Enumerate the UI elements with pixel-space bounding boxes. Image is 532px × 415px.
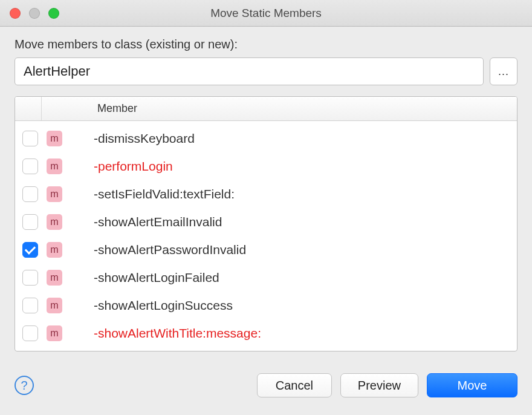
- method-icon: m: [47, 270, 62, 286]
- minimize-window-button[interactable]: [29, 8, 40, 19]
- member-name[interactable]: -setIsFieldValid:textField:: [94, 187, 235, 201]
- move-button[interactable]: Move: [427, 373, 517, 397]
- table-row: m-showAlertLoginFailed: [15, 264, 517, 292]
- help-button[interactable]: ?: [15, 376, 34, 395]
- method-icon: m: [47, 325, 62, 341]
- window-title: Move Static Members: [0, 7, 532, 20]
- member-checkbox[interactable]: [22, 325, 38, 341]
- table-header: Member: [15, 97, 517, 121]
- member-checkbox[interactable]: [22, 242, 38, 258]
- preview-button[interactable]: Preview: [340, 373, 418, 397]
- table-row: m-showAlertLoginSuccess: [15, 292, 517, 319]
- member-name[interactable]: -showAlertLoginFailed: [94, 270, 219, 285]
- dialog-content: Move members to class (existing or new):…: [0, 27, 532, 361]
- close-window-button[interactable]: [10, 8, 21, 19]
- class-input-row: ...: [15, 57, 517, 85]
- member-name[interactable]: -showAlertLoginSuccess: [94, 298, 233, 313]
- member-checkbox[interactable]: [22, 270, 38, 286]
- zoom-window-button[interactable]: [48, 8, 59, 19]
- table-row: m-showAlertPasswordInvalid: [15, 236, 517, 264]
- method-icon: m: [47, 186, 62, 202]
- traffic-lights: [0, 8, 59, 19]
- member-checkbox[interactable]: [22, 214, 38, 230]
- method-icon: m: [47, 298, 62, 313]
- table-row: m-showAlertWithTitle:message:: [15, 319, 517, 347]
- method-icon: m: [47, 214, 62, 230]
- member-checkbox[interactable]: [22, 298, 38, 313]
- table-row: m-setIsFieldValid:textField:: [15, 180, 517, 208]
- footer-buttons: Cancel Preview Move: [257, 373, 517, 397]
- titlebar: Move Static Members: [0, 0, 532, 27]
- member-name[interactable]: -showAlertEmailInvalid: [94, 215, 222, 229]
- table-header-checkbox-col: [15, 97, 42, 120]
- table-body: m-dismissKeyboardm-performLoginm-setIsFi…: [15, 121, 517, 351]
- target-class-input[interactable]: [15, 57, 484, 85]
- member-name[interactable]: -showAlertWithTitle:message:: [94, 326, 261, 341]
- table-row: m-performLogin: [15, 152, 517, 180]
- member-name[interactable]: -performLogin: [94, 159, 173, 174]
- method-icon: m: [47, 131, 62, 146]
- dialog-footer: ? Cancel Preview Move: [0, 361, 532, 407]
- member-checkbox[interactable]: [22, 158, 38, 174]
- cancel-button[interactable]: Cancel: [257, 373, 332, 397]
- method-icon: m: [47, 158, 62, 174]
- member-name[interactable]: -showAlertPasswordInvalid: [94, 243, 246, 257]
- member-checkbox[interactable]: [22, 131, 38, 146]
- members-table: Member m-dismissKeyboardm-performLoginm-…: [15, 96, 517, 351]
- member-checkbox[interactable]: [22, 186, 38, 202]
- browse-class-button[interactable]: ...: [490, 57, 517, 85]
- prompt-label: Move members to class (existing or new):: [15, 38, 517, 51]
- method-icon: m: [47, 242, 62, 258]
- table-row: m-dismissKeyboard: [15, 125, 517, 152]
- table-header-member: Member: [42, 102, 137, 115]
- table-row: m-showAlertEmailInvalid: [15, 208, 517, 236]
- member-name[interactable]: -dismissKeyboard: [94, 131, 195, 146]
